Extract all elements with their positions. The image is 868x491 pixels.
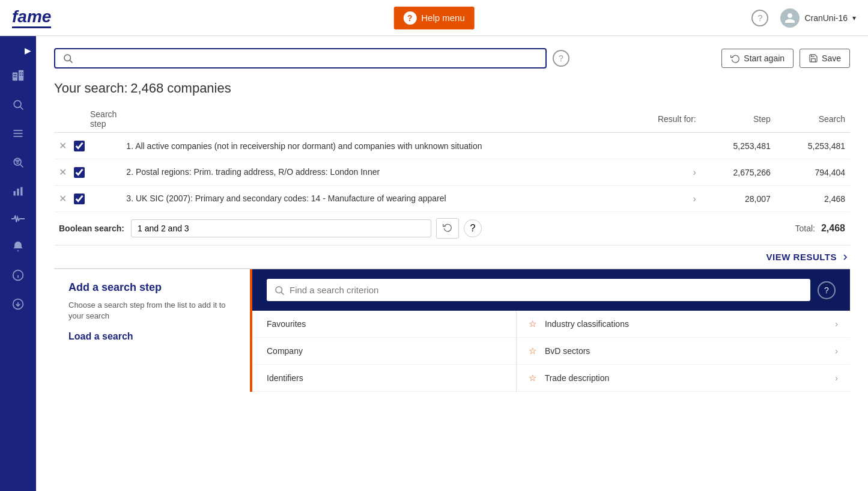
help-menu-button[interactable]: ? Help menu xyxy=(393,7,475,29)
sidebar-item-pulse[interactable] xyxy=(0,207,36,231)
view-results-label: VIEW RESULTS xyxy=(766,252,837,262)
help-menu-label: Help menu xyxy=(421,13,465,23)
sidebar-item-buildings[interactable] xyxy=(0,61,36,89)
category-left-item[interactable]: Identifiers xyxy=(252,365,516,392)
find-search-icon xyxy=(274,285,285,296)
main-content: ? Start again Save Your search: 2,468 co… xyxy=(36,36,868,491)
start-again-button[interactable]: Start again xyxy=(721,49,794,68)
col-search-step: Search step xyxy=(54,106,121,133)
sidebar-toggle[interactable]: ▶ xyxy=(0,42,36,59)
boolean-help-button[interactable]: ? xyxy=(464,219,482,237)
table-row: ✕ 3. UK SIC (2007): Primary and secondar… xyxy=(54,186,850,212)
star-icon: ☆ xyxy=(529,319,536,329)
svg-rect-0 xyxy=(13,72,17,81)
remove-row-button[interactable]: ✕ xyxy=(56,165,69,179)
total-label: Total: xyxy=(795,224,815,233)
row-step: 5,253,481 xyxy=(775,133,850,159)
svg-point-28 xyxy=(64,55,71,61)
category-right-label: BvD sectors xyxy=(545,346,590,356)
category-right-label: Industry classifications xyxy=(545,319,629,329)
company-count: 2,468 companies xyxy=(130,81,231,96)
svg-line-31 xyxy=(281,292,284,294)
col-step: Step xyxy=(701,106,775,133)
refresh-button[interactable] xyxy=(436,218,459,239)
sidebar-item-list[interactable] xyxy=(0,120,36,147)
category-chevron-icon: › xyxy=(835,319,838,329)
load-search-title: Load a search xyxy=(68,331,235,342)
add-step-sidebar: Add a search step Choose a search step f… xyxy=(54,269,252,392)
sidebar-item-chart[interactable] xyxy=(0,178,36,204)
svg-rect-5 xyxy=(15,76,16,78)
svg-rect-20 xyxy=(14,191,16,196)
search-box xyxy=(54,48,547,69)
row-description: 3. UK SIC (2007): Primary and secondary … xyxy=(121,186,700,212)
category-right-item[interactable]: ☆ BvD sectors › xyxy=(517,338,850,365)
row-chevron-icon[interactable]: › xyxy=(693,194,696,204)
sidebar-item-bell[interactable] xyxy=(0,233,36,260)
search-bar-row: ? Start again Save xyxy=(54,48,850,69)
col-search: Search xyxy=(775,106,850,133)
svg-rect-3 xyxy=(15,74,16,75)
boolean-input[interactable] xyxy=(131,219,431,237)
save-button[interactable]: Save xyxy=(800,49,850,68)
search-panel: ? FavouritesCompanyIdentifiers ☆ Industr… xyxy=(252,269,850,392)
bottom-panel: Add a search step Choose a search step f… xyxy=(54,268,850,392)
svg-rect-2 xyxy=(14,74,15,75)
search-panel-help-button[interactable]: ? xyxy=(818,281,836,299)
sidebar-item-download[interactable] xyxy=(0,291,36,317)
add-step-title: Add a search step xyxy=(68,281,235,294)
view-results-row: VIEW RESULTS xyxy=(54,245,850,268)
row-step: 794,404 xyxy=(775,159,850,186)
user-info[interactable]: CranUni-16 ▾ xyxy=(780,8,856,28)
load-search-section: Load a search xyxy=(68,331,235,342)
row-result-for: 2,675,266 xyxy=(701,159,775,186)
category-chevron-icon: › xyxy=(835,373,838,383)
header-help-icon[interactable]: ? xyxy=(751,10,768,26)
save-icon xyxy=(809,53,818,63)
search-panel-header: ? xyxy=(252,269,850,311)
help-q-icon: ? xyxy=(403,11,416,25)
svg-line-16 xyxy=(20,165,23,168)
svg-rect-9 xyxy=(22,75,23,76)
main-search-input[interactable] xyxy=(78,53,538,64)
svg-rect-12 xyxy=(14,130,23,131)
top-buttons: Start again Save xyxy=(721,49,850,68)
star-icon: ☆ xyxy=(529,373,536,383)
row-chevron-icon[interactable]: › xyxy=(693,167,696,178)
categories-left: FavouritesCompanyIdentifiers xyxy=(252,311,517,392)
categories-grid: FavouritesCompanyIdentifiers ☆ Industry … xyxy=(252,311,850,392)
remove-row-button[interactable]: ✕ xyxy=(56,192,69,206)
start-again-label: Start again xyxy=(744,53,785,63)
sidebar-item-info[interactable] xyxy=(0,262,36,288)
row-checkbox[interactable] xyxy=(74,167,85,178)
categories-right: ☆ Industry classifications › ☆ BvD secto… xyxy=(517,311,850,392)
chevron-down-icon: ▾ xyxy=(852,14,856,22)
sidebar-item-filter[interactable] xyxy=(0,149,36,175)
svg-rect-6 xyxy=(20,72,21,73)
header-right: ? CranUni-16 ▾ xyxy=(751,8,856,28)
sidebar: ▶ xyxy=(0,36,36,491)
table-row: ✕ 1. All active companies (not in receiv… xyxy=(54,133,850,159)
remove-row-button[interactable]: ✕ xyxy=(56,139,69,153)
view-results-button[interactable]: VIEW RESULTS xyxy=(766,252,850,262)
search-help-icon[interactable]: ? xyxy=(553,50,569,67)
category-chevron-icon: › xyxy=(835,346,838,356)
svg-rect-22 xyxy=(20,187,22,195)
find-criterion-input[interactable] xyxy=(285,279,803,301)
svg-line-11 xyxy=(20,107,23,110)
category-right-item[interactable]: ☆ Industry classifications › xyxy=(517,311,850,338)
row-step: 2,468 xyxy=(775,186,850,212)
row-checkbox[interactable] xyxy=(74,194,85,204)
row-description: 2. Postal regions: Prim. trading address… xyxy=(121,159,700,186)
sidebar-item-search[interactable] xyxy=(0,91,36,118)
view-results-chevron-icon xyxy=(840,252,850,262)
search-icon xyxy=(62,53,73,64)
svg-rect-13 xyxy=(14,133,23,134)
row-checkbox[interactable] xyxy=(74,141,85,151)
category-left-item[interactable]: Company xyxy=(252,338,516,365)
col-result-for: Result for: xyxy=(121,106,700,133)
search-prefix: Your search: xyxy=(54,81,128,96)
category-left-item[interactable]: Favourites xyxy=(252,311,516,338)
row-result-for: 28,007 xyxy=(701,186,775,212)
category-right-item[interactable]: ☆ Trade description › xyxy=(517,365,850,392)
